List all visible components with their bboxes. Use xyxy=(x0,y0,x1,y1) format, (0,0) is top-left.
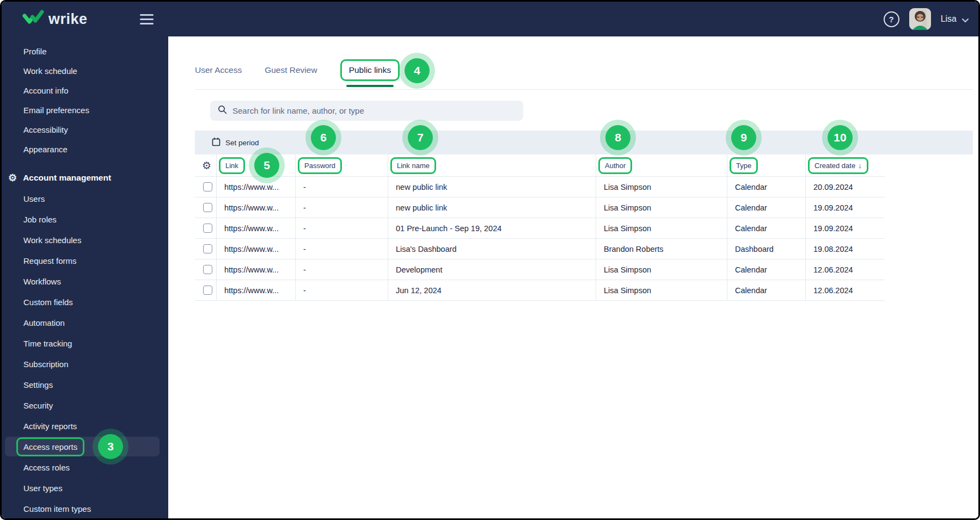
annotation-box-access-reports: Access reports xyxy=(16,437,84,456)
sidebar-item-accessibility[interactable]: Accessibility xyxy=(2,120,168,139)
cell-password: - xyxy=(296,280,388,300)
table-row: https://www.w... - 01 Pre-Launch - Sep 1… xyxy=(195,218,885,239)
cell-link[interactable]: https://www.w... xyxy=(217,280,296,300)
column-header-created-date[interactable]: Created date↓ xyxy=(808,157,868,174)
cell-link-name: new public link xyxy=(388,197,596,218)
sidebar-item-activity-reports[interactable]: Activity reports xyxy=(2,416,168,436)
sidebar-item-automation[interactable]: Automation xyxy=(2,312,168,333)
cell-password: - xyxy=(296,177,388,197)
sidebar-item-custom-item-types[interactable]: Custom item types xyxy=(2,498,168,519)
cell-type: Calendar xyxy=(727,259,806,280)
user-name[interactable]: Lisa xyxy=(941,14,957,24)
tab-public-links[interactable]: Public links xyxy=(340,59,400,81)
cell-link[interactable]: https://www.w... xyxy=(217,218,296,238)
tab-guest-review[interactable]: Guest Review xyxy=(265,65,317,75)
cell-type: Calendar xyxy=(727,177,806,197)
cell-type: Calendar xyxy=(727,197,806,218)
search-input[interactable] xyxy=(232,106,523,115)
sidebar-item-workflows[interactable]: Workflows xyxy=(2,271,168,292)
column-header-password[interactable]: Password xyxy=(298,157,342,174)
public-links-table: ⚙ Link Password Link name Author Type Cr… xyxy=(195,154,885,301)
sidebar-section-label: Account management xyxy=(23,173,111,183)
cell-password: - xyxy=(296,259,388,280)
wrike-check-icon xyxy=(22,10,44,28)
chevron-down-icon[interactable] xyxy=(962,15,969,25)
row-checkbox[interactable] xyxy=(203,265,212,274)
table-row: https://www.w... - Lisa's Dashboard Bran… xyxy=(195,239,885,259)
hamburger-menu-icon[interactable] xyxy=(140,14,154,24)
row-checkbox[interactable] xyxy=(203,244,212,253)
table-row: https://www.w... - new public link Lisa … xyxy=(195,177,885,197)
sort-desc-icon: ↓ xyxy=(858,162,862,170)
cell-link[interactable]: https://www.w... xyxy=(217,177,296,197)
search-icon xyxy=(218,105,227,116)
tab-label: Public links xyxy=(349,65,391,75)
search-bar xyxy=(210,101,523,121)
cell-author: Lisa Simpson xyxy=(596,177,727,197)
sidebar-item-request-forms[interactable]: Request forms xyxy=(2,250,168,271)
active-tab-indicator xyxy=(346,85,394,87)
sidebar-item-work-schedule[interactable]: Work schedule xyxy=(2,61,168,81)
cell-link-name: Lisa's Dashboard xyxy=(388,239,596,259)
table-header-row: ⚙ Link Password Link name Author Type Cr… xyxy=(195,154,885,177)
calendar-icon xyxy=(212,137,220,148)
sidebar: Profile Work schedule Account info Email… xyxy=(2,36,168,518)
cell-link[interactable]: https://www.w... xyxy=(217,197,296,218)
cell-author: Lisa Simpson xyxy=(596,280,727,300)
sidebar-item-settings[interactable]: Settings xyxy=(2,374,168,395)
app-window: wrike ? Lisa P xyxy=(0,0,980,520)
cell-author: Lisa Simpson xyxy=(596,259,727,280)
sidebar-item-access-reports[interactable]: Access reports xyxy=(2,436,168,457)
cell-link-name: Jun 12, 2024 xyxy=(388,280,596,300)
help-icon[interactable]: ? xyxy=(884,11,899,27)
sidebar-item-appearance[interactable]: Appearance xyxy=(2,139,168,159)
cell-link[interactable]: https://www.w... xyxy=(217,239,296,259)
top-bar: wrike ? Lisa xyxy=(2,2,978,36)
sidebar-item-security[interactable]: Security xyxy=(2,395,168,416)
logo-wordmark: wrike xyxy=(48,11,88,28)
sidebar-item-subscription[interactable]: Subscription xyxy=(2,354,168,374)
sidebar-item-access-roles[interactable]: Access roles xyxy=(2,457,168,478)
sidebar-item-user-types[interactable]: User types xyxy=(2,478,168,498)
column-header-link-name[interactable]: Link name xyxy=(390,157,436,174)
column-header-type[interactable]: Type xyxy=(730,157,758,174)
row-checkbox[interactable] xyxy=(203,203,212,212)
cell-author: Lisa Simpson xyxy=(596,197,727,218)
cell-link-name: Development xyxy=(388,259,596,280)
topbar-right: ? Lisa xyxy=(884,8,978,30)
cell-password: - xyxy=(296,218,388,238)
cell-link-name: new public link xyxy=(388,177,596,197)
cell-link[interactable]: https://www.w... xyxy=(217,259,296,280)
sidebar-item-time-tracking[interactable]: Time tracking xyxy=(2,333,168,354)
table-row: https://www.w... - Jun 12, 2024 Lisa Sim… xyxy=(195,280,885,301)
gear-icon: ⚙ xyxy=(8,173,17,183)
row-checkbox[interactable] xyxy=(203,286,212,295)
sidebar-item-profile[interactable]: Profile xyxy=(2,41,168,61)
cell-type: Calendar xyxy=(727,280,806,300)
sidebar-item-job-roles[interactable]: Job roles xyxy=(2,209,168,230)
column-header-link[interactable]: Link xyxy=(219,157,245,174)
sidebar-item-custom-fields[interactable]: Custom fields xyxy=(2,292,168,312)
cell-author: Brandon Roberts xyxy=(596,239,727,259)
set-period-label: Set period xyxy=(225,139,259,147)
row-checkbox[interactable] xyxy=(203,182,212,191)
cell-created-date: 12.06.2024 xyxy=(806,259,885,280)
cell-password: - xyxy=(296,239,388,259)
sidebar-item-work-schedules[interactable]: Work schedules xyxy=(2,230,168,250)
set-period-button[interactable]: Set period xyxy=(195,131,973,154)
cell-password: - xyxy=(296,197,388,218)
sidebar-section-account-management: ⚙ Account management xyxy=(2,168,168,188)
table-settings-icon[interactable]: ⚙ xyxy=(202,160,211,171)
sidebar-item-users[interactable]: Users xyxy=(2,188,168,209)
column-header-author[interactable]: Author xyxy=(598,157,632,174)
cell-link-name: 01 Pre-Launch - Sep 19, 2024 xyxy=(388,218,596,238)
tab-user-access[interactable]: User Access xyxy=(195,65,242,75)
sidebar-item-account-info[interactable]: Account info xyxy=(2,81,168,100)
table-row: https://www.w... - new public link Lisa … xyxy=(195,197,885,218)
cell-type: Dashboard xyxy=(727,239,806,259)
row-checkbox[interactable] xyxy=(203,224,212,233)
sidebar-item-email-preferences[interactable]: Email preferences xyxy=(2,100,168,120)
cell-created-date: 12.06.2024 xyxy=(806,280,885,300)
cell-created-date: 20.09.2024 xyxy=(806,177,885,197)
user-avatar[interactable] xyxy=(909,8,931,30)
